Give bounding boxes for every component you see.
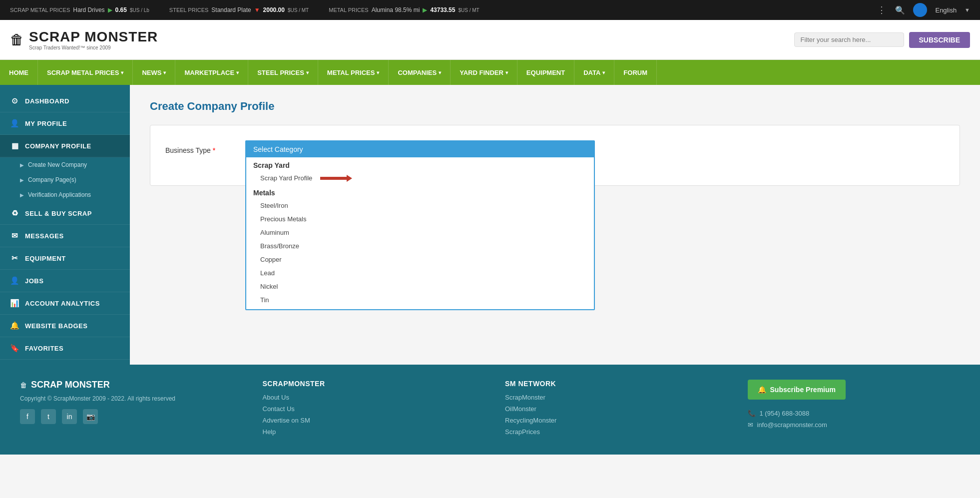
main-nav: HOME SCRAP METAL PRICES ▾ NEWS ▾ MARKETP… — [0, 60, 980, 85]
footer-link-advertise[interactable]: Advertise on SM — [263, 417, 476, 424]
dd-item-nickel[interactable]: Nickel — [246, 280, 594, 293]
sub-arrow-pages: ▶ — [20, 177, 24, 183]
ticker-price-scrap: 0.65 — [115, 6, 127, 13]
sidebar-item-jobs[interactable]: 👤 JOBS — [0, 270, 130, 292]
footer-col-heading-network: SM NETWORK — [505, 380, 718, 388]
sidebar-item-label-dashboard: DASHBOARD — [25, 97, 69, 105]
messages-icon: ✉ — [10, 231, 20, 240]
brand-name: SCRAP MONSTER — [29, 29, 158, 45]
dd-item-lead[interactable]: Lead — [246, 266, 594, 280]
subscribe-button[interactable]: SUBSCRIBE — [909, 32, 970, 48]
more-options-icon[interactable]: ⋮ — [877, 4, 887, 15]
sidebar-sub-label-verification: Verification Applications — [28, 191, 91, 198]
jobs-icon: 👤 — [10, 276, 20, 285]
sidebar-item-badges[interactable]: 🔔 WEBSITE BADGES — [0, 315, 130, 337]
favorites-icon: 🔖 — [10, 344, 20, 353]
footer-link-about[interactable]: About Us — [263, 394, 476, 401]
sidebar-item-analytics[interactable]: 📊 ACCOUNT ANALYTICS — [0, 292, 130, 315]
footer-link-help[interactable]: Help — [263, 428, 476, 436]
sidebar-sub-label-pages: Company Page(s) — [28, 176, 76, 183]
sidebar: ⊙ DASHBOARD 👤 MY PROFILE ▦ COMPANY PROFI… — [0, 85, 130, 365]
footer-col-sm-network: SM NETWORK ScrapMonster OilMonster Recyc… — [505, 380, 718, 440]
nav-steel-prices[interactable]: STEEL PRICES ▾ — [248, 60, 318, 85]
nav-scrap-metal-prices[interactable]: SCRAP METAL PRICES ▾ — [38, 60, 133, 85]
nav-home[interactable]: HOME — [0, 60, 38, 85]
footer-link-scrapprices[interactable]: ScrapPrices — [505, 428, 718, 436]
dd-item-precious-metals[interactable]: Precious Metals — [246, 212, 594, 226]
nav-marketplace[interactable]: MARKETPLACE ▾ — [175, 60, 248, 85]
ticker-item-steel: STEEL PRICES Standard Plate ▼ 2000.00 $U… — [169, 6, 309, 13]
footer-link-contact[interactable]: Contact Us — [263, 405, 476, 413]
sub-arrow-verification: ▶ — [20, 192, 24, 198]
nav-forum[interactable]: FORUM — [614, 60, 657, 85]
ticker-arrow-steel: ▼ — [254, 6, 260, 13]
instagram-icon[interactable]: 📷 — [83, 409, 98, 424]
ticker-bar: SCRAP METAL PRICES Hard Drives ▶ 0.65 $U… — [0, 0, 980, 20]
nav-companies[interactable]: COMPANIES ▾ — [389, 60, 451, 85]
nav-equipment[interactable]: EQUIPMENT — [517, 60, 574, 85]
nav-yard-finder[interactable]: YARD FINDER ▾ — [451, 60, 517, 85]
sidebar-item-label-favorites: FAVORITES — [25, 345, 63, 352]
sidebar-item-messages[interactable]: ✉ MESSAGES — [0, 225, 130, 247]
footer-phone: 📞 1 (954) 688-3088 — [748, 410, 961, 417]
footer-logo-icon: 🗑 — [20, 381, 27, 389]
search-icon[interactable]: 🔍 — [895, 5, 905, 15]
footer-social: f t in 📷 — [20, 409, 233, 424]
nav-news[interactable]: NEWS ▾ — [133, 60, 175, 85]
form-row-business-type: Business Type * Select Category ▾ Select… — [165, 140, 945, 160]
sidebar-item-label-analytics: ACCOUNT ANALYTICS — [25, 300, 100, 307]
sidebar-sub-label-create: Create New Company — [28, 161, 87, 168]
user-avatar-icon[interactable]: 👤 — [913, 3, 927, 17]
dd-item-scrap-yard-profile[interactable]: Scrap Yard Profile — [246, 171, 594, 185]
dropdown-container: Select Category ▾ Select Category Scrap … — [245, 140, 595, 160]
sidebar-sub-company-pages[interactable]: ▶ Company Page(s) — [0, 172, 130, 187]
ticker-name-steel: Standard Plate — [211, 6, 251, 13]
sidebar-item-label-badges: WEBSITE BADGES — [25, 322, 87, 330]
sidebar-item-label-company: COMPANY PROFILE — [25, 142, 91, 150]
page-layout: ⊙ DASHBOARD 👤 MY PROFILE ▦ COMPANY PROFI… — [0, 85, 980, 365]
dropdown-list[interactable]: Select Category Scrap Yard Scrap Yard Pr… — [245, 140, 595, 310]
sidebar-sub-create-company[interactable]: ▶ Create New Company — [0, 157, 130, 172]
site-footer: 🗑 SCRAP MONSTER Copyright © ScrapMonster… — [0, 365, 980, 455]
sidebar-item-favorites[interactable]: 🔖 FAVORITES — [0, 337, 130, 360]
nav-arrow-companies: ▾ — [439, 70, 441, 75]
subscribe-label: Subscribe Premium — [770, 386, 836, 394]
footer-link-recyclingmonster[interactable]: RecyclingMonster — [505, 417, 718, 424]
sub-arrow-create: ▶ — [20, 162, 24, 168]
footer-col-subscribe: 🔔 Subscribe Premium 📞 1 (954) 688-3088 ✉… — [748, 380, 961, 433]
footer-subscribe-button[interactable]: 🔔 Subscribe Premium — [748, 380, 846, 400]
dd-item-copper[interactable]: Copper — [246, 253, 594, 266]
ticker-name-metal: Alumina 98.5% mi — [372, 6, 420, 13]
dd-item-zinc[interactable]: Zinc — [246, 307, 594, 310]
language-selector[interactable]: English — [935, 6, 957, 14]
logo-text: SCRAP MONSTER Scrap Traders Wanted!™ sin… — [29, 29, 158, 50]
ticker-arrow-metal: ▶ — [423, 6, 427, 13]
sidebar-item-label-sell-buy: SELL & BUY SCRAP — [25, 210, 92, 217]
header-search-input[interactable] — [794, 32, 904, 47]
dd-item-steel-iron[interactable]: Steel/Iron — [246, 199, 594, 212]
nav-metal-prices[interactable]: METAL PRICES ▾ — [318, 60, 389, 85]
sidebar-item-equipment[interactable]: ✂ EQUIPMENT — [0, 247, 130, 270]
dd-item-tin[interactable]: Tin — [246, 293, 594, 307]
sidebar-item-sell-buy[interactable]: ♻ SELL & BUY SCRAP — [0, 202, 130, 225]
dd-item-brass-bronze[interactable]: Brass/Bronze — [246, 239, 594, 253]
ticker-name-scrap: Hard Drives — [73, 6, 104, 13]
sidebar-item-company-profile[interactable]: ▦ COMPANY PROFILE — [0, 135, 130, 157]
sidebar-sub-verification[interactable]: ▶ Verification Applications — [0, 187, 130, 202]
email-address: info@scrapmonster.com — [757, 421, 827, 429]
sidebar-item-my-profile[interactable]: 👤 MY PROFILE — [0, 112, 130, 135]
dd-selected-item[interactable]: Select Category — [246, 141, 594, 157]
linkedin-icon[interactable]: in — [62, 409, 77, 424]
nav-data[interactable]: DATA ▾ — [574, 60, 614, 85]
dd-item-aluminum[interactable]: Aluminum — [246, 226, 594, 239]
twitter-icon[interactable]: t — [41, 409, 56, 424]
analytics-icon: 📊 — [10, 299, 20, 308]
footer-logo-text: SCRAP MONSTER — [31, 380, 110, 390]
ticker-right: ⋮ 🔍 👤 English ▼ — [877, 3, 970, 17]
footer-link-scrapmonster[interactable]: ScrapMonster — [505, 394, 718, 401]
facebook-icon[interactable]: f — [20, 409, 35, 424]
sidebar-item-dashboard[interactable]: ⊙ DASHBOARD — [0, 90, 130, 112]
footer-link-oilmonster[interactable]: OilMonster — [505, 405, 718, 413]
ticker-unit-scrap: $US / Lb — [130, 7, 149, 13]
footer-col-heading-sm: SCRAPMONSTER — [263, 380, 476, 388]
